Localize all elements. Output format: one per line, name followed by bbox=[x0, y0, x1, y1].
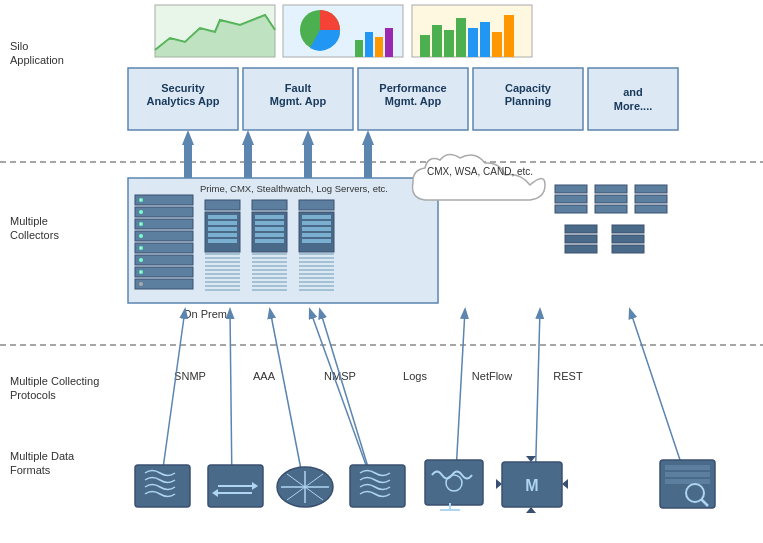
svg-marker-38 bbox=[302, 130, 314, 145]
svg-text:Planning: Planning bbox=[505, 95, 551, 107]
svg-marker-161 bbox=[526, 456, 536, 462]
svg-text:NetFlow: NetFlow bbox=[472, 370, 512, 382]
svg-point-58 bbox=[139, 270, 143, 274]
svg-rect-41 bbox=[364, 145, 372, 180]
svg-rect-2 bbox=[155, 5, 275, 57]
svg-rect-115 bbox=[595, 185, 627, 193]
svg-text:Multiple Collecting: Multiple Collecting bbox=[10, 375, 99, 387]
svg-text:Mgmt. App: Mgmt. App bbox=[385, 95, 442, 107]
svg-point-59 bbox=[139, 282, 143, 286]
svg-rect-114 bbox=[555, 205, 587, 213]
svg-marker-3 bbox=[155, 15, 275, 57]
svg-rect-44 bbox=[135, 195, 193, 205]
svg-point-148 bbox=[277, 467, 333, 507]
svg-line-137 bbox=[310, 310, 375, 490]
svg-point-56 bbox=[139, 246, 143, 250]
svg-rect-142 bbox=[135, 465, 190, 507]
svg-rect-164 bbox=[660, 460, 715, 508]
svg-rect-45 bbox=[135, 207, 193, 217]
svg-text:Fault: Fault bbox=[285, 82, 312, 94]
svg-rect-95 bbox=[299, 212, 334, 252]
svg-rect-116 bbox=[595, 195, 627, 203]
svg-point-53 bbox=[139, 210, 143, 214]
svg-line-151 bbox=[287, 474, 323, 500]
svg-text:NMSP: NMSP bbox=[324, 370, 356, 382]
svg-line-135 bbox=[230, 310, 232, 490]
svg-rect-165 bbox=[665, 465, 710, 470]
svg-line-169 bbox=[701, 499, 708, 506]
svg-rect-166 bbox=[665, 472, 710, 477]
svg-rect-63 bbox=[208, 221, 237, 225]
svg-rect-18 bbox=[504, 15, 514, 57]
svg-rect-82 bbox=[255, 233, 284, 237]
svg-rect-37 bbox=[244, 145, 252, 180]
svg-line-141 bbox=[320, 310, 375, 490]
svg-rect-49 bbox=[135, 255, 193, 265]
svg-rect-13 bbox=[444, 30, 454, 57]
svg-text:Analytics App: Analytics App bbox=[147, 95, 220, 107]
svg-rect-35 bbox=[184, 145, 192, 180]
svg-rect-154 bbox=[425, 460, 483, 505]
svg-marker-160 bbox=[562, 479, 568, 489]
svg-point-5 bbox=[300, 10, 340, 50]
svg-rect-22 bbox=[473, 68, 583, 130]
svg-rect-15 bbox=[468, 28, 478, 57]
svg-rect-48 bbox=[135, 243, 193, 253]
svg-text:CMX, WSA, CAND, etc.: CMX, WSA, CAND, etc. bbox=[427, 166, 533, 177]
svg-rect-113 bbox=[555, 195, 587, 203]
svg-rect-17 bbox=[492, 32, 502, 57]
svg-line-140 bbox=[630, 310, 690, 490]
svg-rect-112 bbox=[555, 185, 587, 193]
svg-point-55 bbox=[139, 234, 143, 238]
svg-marker-145 bbox=[252, 482, 258, 490]
svg-text:Logs: Logs bbox=[403, 370, 427, 382]
svg-rect-19 bbox=[128, 68, 238, 130]
svg-rect-23 bbox=[588, 68, 678, 130]
svg-rect-7 bbox=[365, 32, 373, 57]
svg-marker-40 bbox=[362, 130, 374, 145]
svg-rect-14 bbox=[456, 18, 466, 57]
svg-rect-117 bbox=[595, 205, 627, 213]
svg-line-138 bbox=[455, 310, 465, 490]
svg-text:Performance: Performance bbox=[379, 82, 446, 94]
svg-text:Protocols: Protocols bbox=[10, 389, 56, 401]
svg-rect-80 bbox=[255, 221, 284, 225]
svg-rect-9 bbox=[385, 28, 393, 57]
svg-text:M: M bbox=[525, 477, 538, 494]
svg-marker-162 bbox=[526, 507, 536, 513]
svg-rect-143 bbox=[208, 465, 263, 507]
svg-rect-120 bbox=[635, 205, 667, 213]
svg-point-157 bbox=[446, 475, 462, 491]
svg-line-139 bbox=[535, 310, 540, 490]
svg-rect-96 bbox=[302, 215, 331, 219]
svg-rect-124 bbox=[612, 225, 644, 233]
svg-text:Security: Security bbox=[161, 82, 205, 94]
svg-rect-123 bbox=[565, 245, 597, 253]
svg-marker-34 bbox=[182, 130, 194, 145]
svg-rect-77 bbox=[252, 200, 287, 210]
svg-rect-98 bbox=[302, 227, 331, 231]
svg-rect-81 bbox=[255, 227, 284, 231]
svg-line-136 bbox=[270, 310, 305, 490]
svg-rect-94 bbox=[299, 200, 334, 210]
svg-rect-125 bbox=[612, 235, 644, 243]
svg-rect-4 bbox=[283, 5, 403, 57]
svg-rect-39 bbox=[304, 145, 312, 180]
svg-rect-51 bbox=[135, 279, 193, 289]
svg-rect-153 bbox=[350, 465, 405, 507]
svg-rect-6 bbox=[355, 40, 363, 57]
svg-rect-99 bbox=[302, 233, 331, 237]
svg-text:Prime, CMX, Stealthwatch, Log : Prime, CMX, Stealthwatch, Log Servers, e… bbox=[200, 183, 388, 194]
svg-text:Silo: Silo bbox=[10, 40, 28, 52]
svg-text:Multiple Data: Multiple Data bbox=[10, 450, 75, 462]
diagram: Security Analytics App Fault Mgmt. App P… bbox=[0, 0, 763, 543]
svg-text:and: and bbox=[623, 86, 643, 98]
svg-rect-65 bbox=[208, 233, 237, 237]
svg-rect-119 bbox=[635, 195, 667, 203]
svg-text:REST: REST bbox=[553, 370, 583, 382]
svg-rect-60 bbox=[205, 200, 240, 210]
svg-line-152 bbox=[287, 474, 323, 500]
svg-rect-167 bbox=[665, 479, 710, 484]
svg-text:Collectors: Collectors bbox=[10, 229, 59, 241]
svg-rect-12 bbox=[432, 25, 442, 57]
